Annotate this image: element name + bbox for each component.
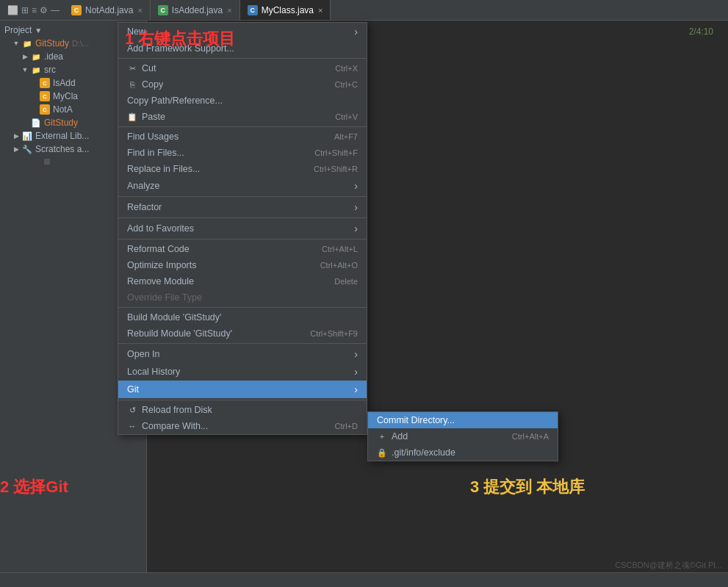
menu-reload-left: ↺ Reload from Disk [127,405,212,415]
menu-item-reformat[interactable]: Reformat Code Ctrl+Alt+L [118,241,367,257]
menu-item-git[interactable]: Git [118,381,367,398]
submenu-add-left: + Add [377,431,408,442]
menu-label-git: Git [127,384,139,395]
menu-sep4 [118,217,367,218]
menu-label-find-in-files: Find in Files... [127,148,184,158]
menu-sep5 [118,239,367,240]
menu-label-refactor: Refactor [127,202,162,212]
menu-item-analyze[interactable]: Analyze [118,177,367,195]
menu-label-copy-path: Copy Path/Reference... [127,96,223,106]
menu-label-override-file-type: Override File Type [127,292,202,303]
menu-label-optimize-imports: Optimize Imports [127,260,196,270]
menu-sep3 [118,196,367,197]
submenu-label-add: Add [392,431,408,442]
menu-label-local-history: Local History [127,367,180,377]
submenu-label-git-exclude: .git/info/exclude [392,447,455,458]
menu-item-local-history[interactable]: Local History [118,363,367,381]
menu-item-cut[interactable]: ✂ Cut Ctrl+X [118,60,367,76]
menu-copy-left: ⎘ Copy [127,79,163,90]
menu-label-build-module: Build Module 'GitStudy' [127,312,221,323]
menu-shortcut-replace-in-files: Ctrl+Shift+R [314,165,358,173]
menu-shortcut-find-usages: Alt+F7 [334,132,358,141]
menu-label-reformat: Reformat Code [127,244,190,254]
menu-label-open-in: Open In [127,349,159,359]
menu-item-build-module[interactable]: Build Module 'GitStudy' [118,309,367,325]
menu-shortcut-compare-with: Ctrl+D [335,422,358,431]
menu-item-replace-in-files[interactable]: Replace in Files... Ctrl+Shift+R [118,161,367,177]
reload-icon: ↺ [127,405,137,415]
menu-sep8 [118,400,367,400]
git-submenu: Commit Directory... + Add Ctrl+Alt+A 🔒 .… [367,411,558,461]
menu-sep6 [118,307,367,308]
menu-item-override-file-type: Override File Type [118,289,367,306]
copy-icon: ⎘ [127,79,137,90]
menu-sep2 [118,126,367,127]
submenu-label-commit-dir: Commit Directory... [377,415,455,425]
menu-label-remove-module: Remove Module [127,276,194,287]
menu-item-find-usages[interactable]: Find Usages Alt+F7 [118,129,367,145]
menu-label-cut: Cut [142,63,156,73]
compare-icon: ↔ [127,421,137,431]
annotation-1: 1 右键点击项目 [125,28,235,50]
menu-shortcut-paste: Ctrl+V [335,112,358,121]
menu-label-reload-disk: Reload from Disk [142,405,212,415]
menu-label-analyze: Analyze [127,181,159,191]
paste-icon: 📋 [127,112,137,122]
menu-item-remove-module[interactable]: Remove Module Delete [118,273,367,289]
menu-shortcut-reformat: Ctrl+Alt+L [322,245,358,253]
menu-compare-left: ↔ Compare With... [127,421,208,431]
menu-shortcut-rebuild-module: Ctrl+Shift+F9 [310,329,358,338]
submenu-shortcut-add: Ctrl+Alt+A [512,432,549,441]
menu-item-paste[interactable]: 📋 Paste Ctrl+V [118,109,367,125]
add-icon: + [377,431,387,442]
menu-shortcut-remove-module: Delete [334,277,358,286]
submenu-item-git-exclude[interactable]: 🔒 .git/info/exclude [368,444,558,461]
menu-item-optimize-imports[interactable]: Optimize Imports Ctrl+Alt+O [118,257,367,273]
submenu-exclude-left: 🔒 .git/info/exclude [377,447,455,458]
menu-item-copy-path[interactable]: Copy Path/Reference... [118,93,367,109]
context-menu-overlay: New Add Framework Support... ✂ Cut Ctrl+… [0,0,728,587]
menu-shortcut-find-in-files: Ctrl+Shift+F [314,148,358,157]
menu-label-find-usages: Find Usages [127,132,179,142]
menu-sep7 [118,343,367,344]
menu-item-open-in[interactable]: Open In [118,345,367,363]
menu-shortcut-cut: Ctrl+X [335,64,358,73]
menu-paste-left: 📋 Paste [127,112,165,122]
menu-item-compare-with[interactable]: ↔ Compare With... Ctrl+D [118,418,367,434]
submenu-item-add[interactable]: + Add Ctrl+Alt+A [368,428,558,444]
cut-icon: ✂ [127,63,137,73]
menu-label-paste: Paste [142,112,165,122]
context-menu: New Add Framework Support... ✂ Cut Ctrl+… [118,22,367,435]
menu-item-refactor[interactable]: Refactor [118,198,367,216]
menu-sep1 [118,58,367,59]
menu-item-rebuild-module[interactable]: Rebuild Module 'GitStudy' Ctrl+Shift+F9 [118,325,367,342]
menu-label-add-favorites: Add to Favorites [127,223,194,234]
menu-cut-left: ✂ Cut [127,63,156,73]
submenu-item-commit-dir[interactable]: Commit Directory... [368,412,558,428]
annotation-2: 2 选择Git [0,476,68,498]
menu-item-add-favorites[interactable]: Add to Favorites [118,220,367,237]
menu-label-copy: Copy [142,79,163,90]
menu-item-copy[interactable]: ⎘ Copy Ctrl+C [118,76,367,93]
annotation-3: 3 提交到 本地库 [470,476,585,498]
menu-label-replace-in-files: Replace in Files... [127,164,200,174]
menu-item-reload-disk[interactable]: ↺ Reload from Disk [118,402,367,418]
menu-shortcut-copy: Ctrl+C [335,80,358,89]
menu-label-compare-with: Compare With... [142,421,208,431]
menu-item-find-in-files[interactable]: Find in Files... Ctrl+Shift+F [118,145,367,161]
menu-shortcut-optimize-imports: Ctrl+Alt+O [320,261,358,270]
git-exclude-icon: 🔒 [377,447,387,458]
menu-label-rebuild-module: Rebuild Module 'GitStudy' [127,328,232,339]
